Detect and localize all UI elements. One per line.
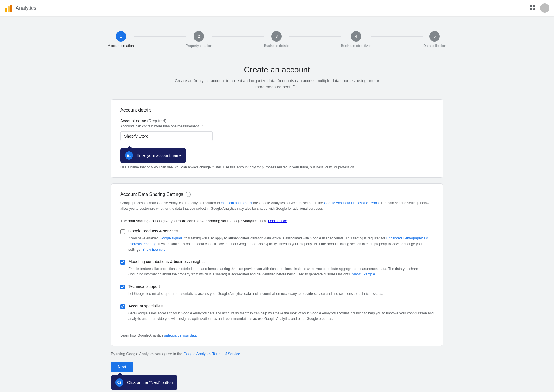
svg-rect-1 [8,6,10,12]
step-connector-2 [212,36,264,37]
step-3-circle: 3 [271,31,282,42]
step-2-label: Property creation [186,44,212,48]
step-4-circle: 4 [351,31,361,42]
data-sharing-title-row: Account Data Sharing Settings i [120,192,434,197]
step-connector-1 [134,36,186,37]
step-connector-4 [371,36,423,37]
step-2: 2 Property creation [186,31,212,48]
account-specialists-checkbox[interactable] [120,304,125,309]
tooltip-1: 01 Enter your account name [120,148,186,163]
checkbox-google-products-row: Google products & services [120,229,434,234]
tooltip-2-container: 02 Click on the "Next" button [111,375,443,390]
safeguards-link[interactable]: safeguards your data [164,333,197,337]
step-4-label: Business objectives [341,44,371,48]
svg-rect-4 [533,5,535,7]
svg-rect-5 [530,8,532,10]
tooltip-1-container: 01 Enter your account name [120,145,434,163]
page-title-section: Create an account Create an Analytics ac… [111,65,443,90]
technical-support-desc: Let Google technical support representat… [120,291,434,297]
google-products-label[interactable]: Google products & services [128,229,178,233]
page-title: Create an account [111,65,443,74]
tooltip-1-text: Enter your account name [136,153,181,158]
data-sharing-description: Google processes your Google Analytics d… [120,200,434,211]
step-5-circle: 5 [429,31,440,42]
step-5: 5 Data collection [423,31,446,48]
checkbox-account-specialists-row: Account specialists [120,304,434,309]
app-title: Analytics [16,5,36,11]
technical-support-checkbox[interactable] [120,285,125,289]
modeling-checkbox[interactable] [120,260,125,265]
info-icon[interactable]: i [186,192,191,197]
main-content: 1 Account creation 2 Property creation 3… [104,16,450,392]
header-right [529,3,549,13]
step-1-label: Account creation [108,44,134,48]
svg-rect-6 [533,8,535,10]
step-connector-3 [289,36,341,37]
tooltip-1-number: 01 [125,151,133,160]
next-button[interactable]: Next [111,362,133,372]
step-1-circle: 1 [116,31,126,42]
account-specialists-desc: Give Google sales access to your Google … [120,311,434,322]
learn-more-link[interactable]: Learn more [268,219,287,223]
account-name-input[interactable] [120,131,213,141]
data-sharing-title: Account Data Sharing Settings [120,192,183,197]
user-avatar[interactable] [540,3,549,13]
terms-of-service-link[interactable]: Google Analytics Terms of Service. [184,352,242,356]
account-details-title: Account details [120,108,434,113]
safeguards-text: Learn how Google Analytics safeguards yo… [120,329,434,337]
sharing-intro: The data sharing options give you more c… [120,216,434,223]
header-left: Analytics [5,4,36,12]
svg-rect-0 [5,8,7,12]
svg-rect-3 [530,5,532,7]
account-name-hint: Use a name that only you can see. You ca… [120,165,434,169]
analytics-logo [5,4,13,12]
account-name-label: Account name (Required) [120,119,434,123]
app-header: Analytics [0,0,554,16]
account-name-sublabel: Accounts can contain more than one measu… [120,124,434,128]
data-sharing-card: Account Data Sharing Settings i Google p… [111,183,443,346]
next-button-section: Next 02 Click on the "Next" button [111,362,443,390]
analytics-logo-svg [5,4,13,12]
checkbox-modeling-row: Modeling contributions & business insigh… [120,259,434,265]
step-2-circle: 2 [194,31,204,42]
show-example-2-link[interactable]: Show Example [352,272,375,276]
progress-steps: 1 Account creation 2 Property creation 3… [111,25,443,54]
step-1: 1 Account creation [108,31,134,48]
account-details-card: Account details Account name (Required) … [111,99,443,178]
tooltip-2: 02 Click on the "Next" button [111,375,177,390]
google-products-checkbox[interactable] [120,229,125,234]
technical-support-label[interactable]: Technical support [128,284,160,289]
grid-menu-icon[interactable] [529,4,537,13]
page-subtitle: Create an Analytics account to collect a… [111,78,443,90]
show-example-1-link[interactable]: Show Example [142,247,165,252]
modeling-desc: Enable features like predictions, modele… [120,266,434,277]
google-ads-terms-link[interactable]: Google Ads Data Processing Terms [324,201,379,205]
google-products-desc: If you have enabled Google signals, this… [120,236,434,252]
step-4: 4 Business objectives [341,31,371,48]
checkbox-account-specialists: Account specialists Give Google sales ac… [120,304,434,322]
account-name-field-group: Account name (Required) Accounts can con… [120,119,434,141]
checkbox-technical-support-row: Technical support [120,284,434,289]
modeling-label[interactable]: Modeling contributions & business insigh… [128,259,205,264]
checkbox-modeling: Modeling contributions & business insigh… [120,259,434,277]
checkbox-technical-support: Technical support Let Google technical s… [120,284,434,297]
step-3: 3 Business details [264,31,289,48]
account-specialists-label[interactable]: Account specialists [128,304,163,308]
google-signals-link[interactable]: Google signals [160,236,182,240]
svg-rect-2 [10,5,12,12]
tooltip-2-text: Click on the "Next" button [127,380,173,385]
checkbox-google-products: Google products & services If you have e… [120,229,434,252]
step-3-label: Business details [264,44,289,48]
maintain-protect-link[interactable]: maintain and protect [221,201,252,205]
tooltip-2-number: 02 [115,378,123,387]
step-5-label: Data collection [423,44,446,48]
terms-text: By using Google Analytics you agree to t… [111,352,443,356]
